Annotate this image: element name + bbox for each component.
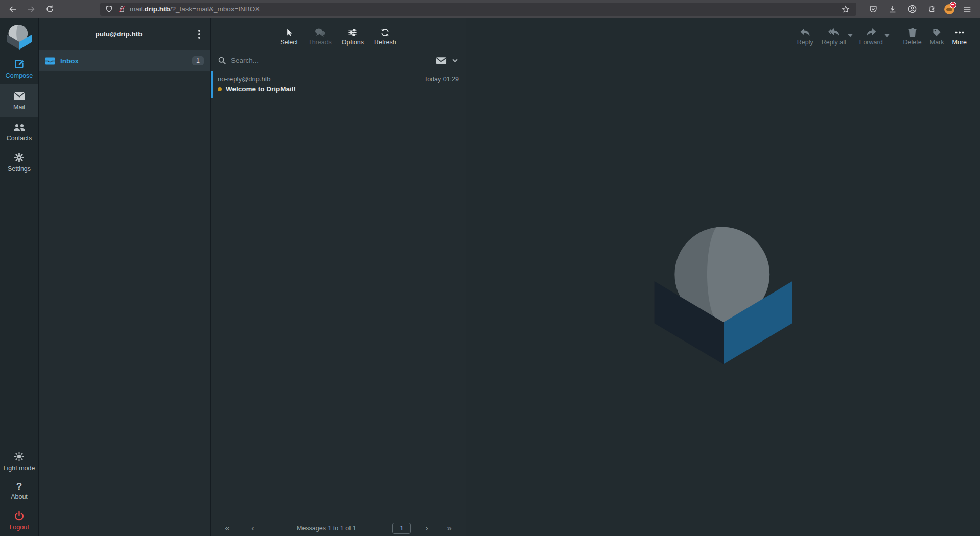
bookmark-star-icon[interactable] <box>839 3 852 16</box>
content-body <box>466 50 980 536</box>
forward-caret-icon[interactable] <box>884 33 890 37</box>
next-page-button[interactable]: › <box>419 523 434 533</box>
search-icon <box>218 56 226 65</box>
pagination-bar: « ‹ Messages 1 to 1 of 1 › » <box>211 520 466 536</box>
back-icon[interactable] <box>6 3 19 16</box>
reply-icon <box>800 28 811 37</box>
message-list-pane: Select Threads Options Refresh <box>211 18 466 536</box>
sidebar-item-light-mode[interactable]: Light mode <box>0 446 38 477</box>
mark-tag-icon <box>932 28 942 37</box>
reply-button[interactable]: Reply <box>797 28 813 46</box>
compose-icon <box>14 58 25 69</box>
settings-gear-icon <box>14 152 25 163</box>
sidebar-item-label: Contacts <box>7 135 32 142</box>
browser-action-icons <box>861 3 974 16</box>
message-sender: no-reply@drip.htb <box>218 75 424 83</box>
threads-button[interactable]: Threads <box>308 28 332 46</box>
light-mode-icon <box>14 451 25 462</box>
pocket-icon[interactable] <box>867 3 880 16</box>
forward-icon[interactable] <box>25 3 38 16</box>
dripmail-logo[interactable] <box>0 18 38 53</box>
sidebar-item-about[interactable]: ? About <box>0 477 38 505</box>
refresh-button[interactable]: Refresh <box>374 28 396 46</box>
search-scope-mail-icon[interactable] <box>436 57 447 65</box>
sidebar-item-contacts[interactable]: Contacts <box>0 117 38 147</box>
reload-icon[interactable] <box>43 3 56 16</box>
contacts-icon <box>13 123 26 132</box>
message-date: Today 01:29 <box>424 76 459 83</box>
forward-button[interactable]: Forward <box>859 28 883 46</box>
options-button[interactable]: Options <box>342 28 364 46</box>
reply-all-icon <box>828 28 840 37</box>
pagination-status: Messages 1 to 1 of 1 <box>297 525 356 532</box>
delete-button[interactable]: Delete <box>903 28 922 46</box>
sidebar-item-mail[interactable]: Mail <box>0 84 38 117</box>
about-question-icon: ? <box>16 482 22 491</box>
threads-icon <box>314 28 325 37</box>
prev-page-button[interactable]: ‹ <box>245 523 261 533</box>
extension-avatar-icon[interactable] <box>944 4 954 14</box>
search-bar <box>211 50 466 71</box>
unread-count-badge: 1 <box>192 56 204 65</box>
folder-item-inbox[interactable]: Inbox 1 <box>39 50 210 71</box>
button-label: Select <box>280 39 298 46</box>
options-sliders-icon <box>347 28 358 37</box>
delete-trash-icon <box>908 28 917 37</box>
sidebar-item-logout[interactable]: Logout <box>0 505 38 536</box>
sidebar-item-label: Settings <box>8 165 31 173</box>
search-options-chevron-icon[interactable] <box>451 57 459 64</box>
reply-all-button[interactable]: Reply all <box>822 28 846 46</box>
account-icon[interactable] <box>905 3 919 16</box>
sidebar-item-compose[interactable]: Compose <box>0 53 38 84</box>
insecure-lock-icon[interactable] <box>117 3 126 16</box>
button-label: Delete <box>903 39 922 46</box>
last-page-button[interactable]: » <box>441 523 457 533</box>
message-content-pane: Reply Reply all Forward Delete Mark <box>466 18 980 536</box>
first-page-button[interactable]: « <box>220 523 235 533</box>
extension-disabled-badge <box>950 2 956 8</box>
mark-button[interactable]: Mark <box>930 28 944 46</box>
message-actions-toolbar: Reply Reply all Forward Delete Mark <box>466 18 980 50</box>
sidebar-item-label: About <box>11 493 28 500</box>
menu-hamburger-icon[interactable] <box>961 3 974 16</box>
browser-toolbar: mail.drip.htb/?_task=mail&_mbox=INBOX <box>0 0 980 18</box>
url-bar[interactable]: mail.drip.htb/?_task=mail&_mbox=INBOX <box>100 3 856 16</box>
folder-label: Inbox <box>60 57 187 65</box>
button-label: Mark <box>930 39 944 46</box>
account-email: pulu@drip.htb <box>44 30 194 38</box>
sidebar-item-label: Logout <box>9 524 29 531</box>
logout-power-icon <box>14 510 25 521</box>
message-list-toolbar: Select Threads Options Refresh <box>211 18 466 50</box>
mail-icon <box>13 91 26 101</box>
extensions-puzzle-icon[interactable] <box>925 3 938 16</box>
sidebar-item-label: Compose <box>6 72 33 79</box>
unread-dot-icon[interactable] <box>218 87 222 91</box>
page-number-input[interactable] <box>392 523 411 534</box>
sidebar-item-settings[interactable]: Settings <box>0 147 38 178</box>
select-cursor-icon <box>284 28 294 37</box>
inbox-icon <box>45 57 55 65</box>
webmail-app: Compose Mail Contacts Settings Light mod… <box>0 18 980 536</box>
url-text: mail.drip.htb/?_task=mail&_mbox=INBOX <box>130 5 260 13</box>
button-label: Forward <box>859 39 883 46</box>
download-icon[interactable] <box>886 3 899 16</box>
select-button[interactable]: Select <box>280 28 298 46</box>
more-ellipsis-icon <box>954 28 965 37</box>
button-label: More <box>952 39 967 46</box>
more-button[interactable]: More <box>952 28 967 46</box>
dripmail-watermark-logo <box>647 220 800 367</box>
tracking-shield-icon[interactable] <box>104 3 113 16</box>
task-sidebar: Compose Mail Contacts Settings Light mod… <box>0 18 39 536</box>
sidebar-spacer <box>0 178 38 446</box>
sidebar-item-label: Light mode <box>4 465 35 472</box>
button-label: Refresh <box>374 39 396 46</box>
reply-all-caret-icon[interactable] <box>848 33 853 37</box>
message-row[interactable]: no-reply@drip.htb Today 01:29 Welcome to… <box>211 71 466 98</box>
button-label: Threads <box>308 39 332 46</box>
folder-options-kebab-icon[interactable] <box>194 30 205 39</box>
button-label: Options <box>342 39 364 46</box>
search-input[interactable] <box>231 57 431 64</box>
message-list: no-reply@drip.htb Today 01:29 Welcome to… <box>211 71 466 520</box>
button-label: Reply all <box>822 39 846 46</box>
refresh-icon <box>380 28 390 37</box>
